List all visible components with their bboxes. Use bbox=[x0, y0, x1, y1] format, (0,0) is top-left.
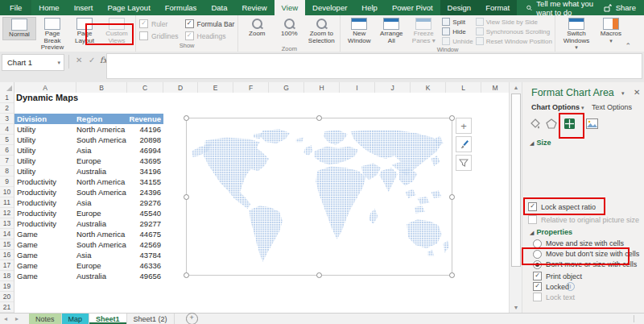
chart-elements-button[interactable]: + bbox=[456, 118, 472, 134]
tab-scroll-right-icon[interactable]: ▸ bbox=[11, 314, 23, 324]
table-row[interactable]: Utility South America 20898 bbox=[14, 135, 163, 145]
ribbon-tab[interactable]: Review bbox=[234, 0, 274, 15]
ribbon-button[interactable]: New Window bbox=[343, 17, 375, 45]
cancel-icon[interactable]: ✕ bbox=[76, 56, 82, 64]
ribbon-tab[interactable]: Help bbox=[354, 0, 385, 15]
ribbon-tab[interactable]: Power Pivot bbox=[385, 0, 440, 15]
tab-text-options[interactable]: Text Options bbox=[592, 103, 632, 111]
chart-resize-handle[interactable] bbox=[316, 272, 322, 278]
panel-radio[interactable]: Move and size with cells bbox=[533, 239, 639, 248]
chart-resize-handle[interactable] bbox=[449, 272, 455, 278]
ribbon-tab[interactable]: Home bbox=[31, 0, 66, 15]
ribbon-tab[interactable]: Page Layout bbox=[100, 0, 157, 15]
ribbon-small-button[interactable]: Reset Window Position bbox=[476, 36, 552, 46]
panel-checkbox[interactable]: ✓ Lock aspect ratio bbox=[528, 201, 639, 212]
row-header[interactable]: 13 bbox=[0, 218, 14, 229]
ribbon-tab[interactable]: Format bbox=[478, 0, 517, 15]
ribbon-button[interactable]: Page Break Preview bbox=[36, 17, 68, 52]
column-header[interactable]: J bbox=[375, 82, 411, 93]
collapse-ribbon-icon[interactable]: ⌃ bbox=[625, 42, 631, 50]
chevron-down-icon[interactable]: ▾ bbox=[621, 90, 625, 97]
table-row[interactable]: Productivity Australia 29277 bbox=[14, 218, 163, 229]
ribbon-tab[interactable]: File bbox=[0, 0, 31, 15]
ribbon-button[interactable]: Custom Views bbox=[101, 17, 133, 45]
ribbon-small-button[interactable]: View Side by Side bbox=[476, 17, 552, 27]
ribbon-small-button[interactable]: Hide bbox=[442, 27, 473, 36]
switch-windows-button[interactable]: Switch Windows ▾ bbox=[558, 17, 595, 52]
new-sheet-button[interactable]: + bbox=[186, 313, 198, 324]
table-row[interactable]: Game North America 44675 bbox=[14, 229, 163, 239]
row-header[interactable]: 18 bbox=[0, 271, 14, 281]
ribbon-button[interactable]: Page Layout bbox=[68, 17, 101, 45]
ribbon-tab[interactable]: Design bbox=[440, 0, 479, 15]
show-checkbox[interactable]: ✓ Ruler bbox=[139, 18, 179, 30]
size-properties-icon[interactable] bbox=[563, 117, 576, 131]
ribbon-small-button[interactable]: Unhide bbox=[442, 36, 473, 46]
ribbon-tab[interactable]: Formulas bbox=[158, 0, 204, 15]
section-size[interactable]: ◢Size bbox=[530, 139, 551, 147]
panel-radio[interactable]: Don't move or size with cells bbox=[533, 260, 639, 269]
tab-scroll-left-icon[interactable]: ◂ bbox=[0, 314, 11, 324]
column-header[interactable]: D bbox=[163, 82, 198, 93]
column-header[interactable]: F bbox=[233, 82, 269, 93]
ribbon-tab[interactable]: Insert bbox=[67, 0, 101, 15]
column-header[interactable]: G bbox=[269, 82, 304, 93]
row-header[interactable]: 2 bbox=[0, 103, 14, 114]
sheet-tab[interactable]: Map bbox=[62, 314, 90, 324]
column-header[interactable]: M bbox=[481, 82, 509, 93]
picture-icon[interactable] bbox=[585, 117, 599, 131]
sheet-tab[interactable]: Notes bbox=[29, 314, 62, 324]
row-header[interactable]: 1 bbox=[0, 93, 14, 103]
select-all-corner[interactable] bbox=[0, 82, 14, 93]
panel-checkbox[interactable]: Relative to original picture size bbox=[528, 214, 639, 225]
column-header[interactable]: A bbox=[14, 82, 76, 93]
row-header[interactable]: 3 bbox=[0, 114, 14, 124]
chart-resize-handle[interactable] bbox=[184, 115, 189, 121]
ribbon-button[interactable]: Zoom to Selection bbox=[305, 17, 337, 45]
ribbon-small-button[interactable]: Split bbox=[442, 17, 473, 27]
row-header[interactable]: 20 bbox=[0, 292, 14, 302]
table-row[interactable]: Game Europe 46336 bbox=[14, 260, 163, 271]
column-header[interactable]: H bbox=[304, 82, 340, 93]
tab-chart-options[interactable]: Chart Options▾ bbox=[531, 103, 584, 111]
table-row[interactable]: Game South America 42569 bbox=[14, 239, 163, 250]
name-box[interactable]: Chart 1 ▾ bbox=[2, 54, 64, 71]
ribbon-tab[interactable]: View bbox=[275, 0, 305, 15]
ribbon-button[interactable]: Freeze Panes ▾ bbox=[407, 17, 440, 45]
effects-icon[interactable] bbox=[544, 117, 558, 131]
column-header[interactable]: I bbox=[340, 82, 375, 93]
panel-checkbox[interactable]: Lock text bbox=[533, 292, 582, 302]
ribbon-button[interactable]: Zoom bbox=[241, 17, 273, 39]
section-properties[interactable]: ◢Properties bbox=[530, 228, 572, 236]
row-header[interactable]: 5 bbox=[0, 135, 14, 145]
ribbon-button[interactable]: Normal bbox=[2, 17, 36, 40]
column-header[interactable]: C bbox=[127, 82, 163, 93]
show-checkbox[interactable]: ✓ Headings bbox=[185, 30, 235, 42]
column-header[interactable]: K bbox=[411, 82, 446, 93]
ribbon-small-button[interactable]: Synchronous Scrolling bbox=[476, 27, 552, 36]
ribbon-tab[interactable]: Data bbox=[204, 0, 234, 15]
enter-icon[interactable]: ✓ bbox=[89, 56, 95, 64]
panel-radio[interactable]: Move but don't size with cells bbox=[533, 249, 639, 259]
row-header[interactable]: 16 bbox=[0, 250, 14, 260]
table-row[interactable]: Game Asia 43784 bbox=[14, 250, 163, 260]
row-header[interactable]: 4 bbox=[0, 124, 14, 135]
scroll-up-icon[interactable]: ▲ bbox=[510, 82, 522, 93]
chart-resize-handle[interactable] bbox=[184, 272, 189, 278]
row-header[interactable]: 17 bbox=[0, 260, 14, 271]
chart-resize-handle[interactable] bbox=[316, 115, 322, 121]
row-header[interactable]: 19 bbox=[0, 281, 14, 292]
column-header[interactable]: B bbox=[76, 82, 127, 93]
table-header-row[interactable]: Division Region Revenue bbox=[14, 114, 163, 124]
chart-resize-handle[interactable] bbox=[449, 115, 455, 121]
column-header[interactable]: E bbox=[198, 82, 233, 93]
row-header[interactable]: 14 bbox=[0, 229, 14, 239]
row-header[interactable]: 21 bbox=[0, 302, 14, 313]
sheet-tab[interactable]: Sheet1 (2) bbox=[127, 314, 175, 324]
panel-checkbox[interactable]: ✓ Print object bbox=[533, 271, 582, 281]
scroll-down-icon[interactable]: ▼ bbox=[510, 302, 522, 313]
column-header[interactable]: L bbox=[446, 82, 481, 93]
ribbon-button[interactable]: 100% bbox=[273, 17, 305, 39]
ribbon-tab[interactable]: Developer bbox=[305, 0, 354, 15]
table-row[interactable]: Game Australia 49656 bbox=[14, 271, 163, 281]
